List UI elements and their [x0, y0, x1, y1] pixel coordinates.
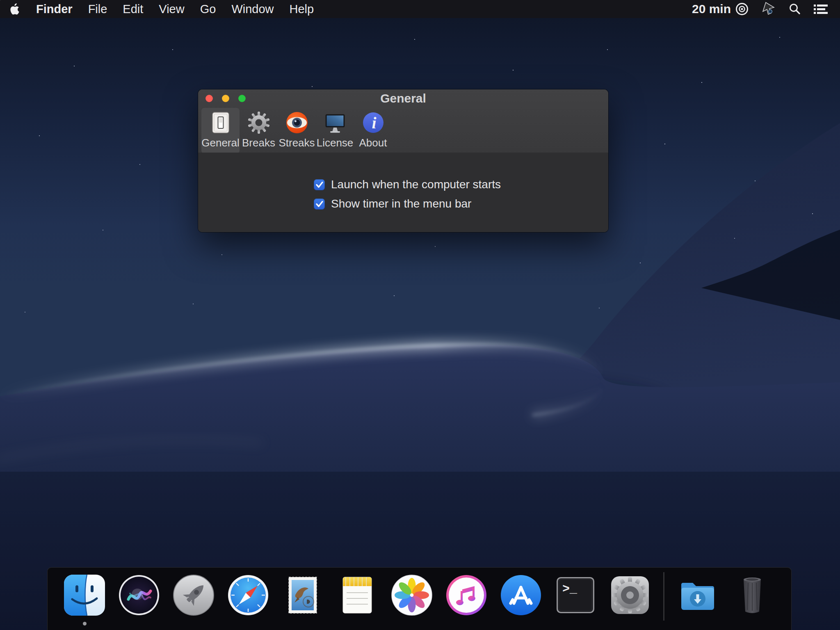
dock: >_: [47, 567, 792, 630]
close-button[interactable]: [205, 95, 213, 102]
menu-item-edit[interactable]: Edit: [115, 0, 151, 18]
zoom-button[interactable]: [238, 95, 246, 102]
svg-text:i: i: [372, 114, 376, 132]
light-switch-icon: [209, 111, 233, 135]
eye-timer-icon: [735, 2, 749, 16]
menu-item-finder[interactable]: Finder: [28, 0, 80, 18]
dock-launchpad[interactable]: [172, 574, 215, 616]
photos-icon: [390, 574, 433, 616]
menu-item-view[interactable]: View: [151, 0, 192, 18]
menu-bar-status-area: 20 min: [686, 0, 840, 18]
safari-icon: [227, 574, 269, 616]
notes-icon: [336, 574, 379, 616]
notification-center-status[interactable]: [807, 0, 834, 18]
display-icon: [323, 111, 347, 135]
menu-item-go[interactable]: Go: [192, 0, 224, 18]
info-icon: i: [361, 111, 385, 135]
spotlight-icon: [788, 2, 801, 16]
menu-item-help[interactable]: Help: [282, 0, 322, 18]
gear-icon: [247, 111, 271, 135]
launch-at-startup-checkbox[interactable]: [314, 179, 325, 190]
dock-safari[interactable]: [227, 574, 269, 616]
dock-downloads[interactable]: [676, 574, 719, 616]
show-timer-checkbox[interactable]: [314, 199, 325, 210]
siri-icon: [118, 574, 160, 616]
finder-icon: [63, 574, 106, 616]
menu-bar: Finder File Edit View Go Window Help 20 …: [0, 0, 840, 18]
apple-logo-icon: [10, 2, 21, 16]
tab-general[interactable]: General: [201, 108, 240, 153]
tab-general-label: General: [201, 137, 240, 149]
terminal-icon: >_: [554, 574, 597, 616]
dock-notes[interactable]: [336, 574, 379, 616]
dock-finder[interactable]: [63, 574, 106, 616]
break-timer-status[interactable]: 20 min: [686, 0, 755, 18]
pointer-status[interactable]: [755, 0, 783, 18]
timer-label: 20 min: [692, 2, 731, 16]
menu-item-file[interactable]: File: [80, 0, 115, 18]
tab-breaks-label: Breaks: [242, 137, 275, 149]
general-pane: Launch when the computer starts Show tim…: [198, 153, 608, 232]
tab-streaks-label: Streaks: [278, 137, 315, 149]
dock-siri[interactable]: [118, 574, 160, 616]
eye-icon: [285, 111, 309, 135]
dock-trash[interactable]: [731, 574, 774, 616]
preferences-toolbar: General: [198, 107, 608, 153]
pointer-icon: [760, 1, 777, 17]
dock-terminal[interactable]: >_: [554, 574, 597, 616]
downloads-folder-icon: [676, 574, 719, 616]
check-icon: [315, 199, 324, 209]
spotlight-status[interactable]: [783, 0, 807, 18]
trash-icon: [731, 574, 774, 616]
notification-list-icon: [813, 2, 829, 16]
launchpad-icon: [172, 574, 215, 616]
itunes-icon: [445, 574, 488, 616]
dock-mail[interactable]: [281, 574, 324, 616]
tab-about-label: About: [359, 137, 387, 149]
svg-text:>_: >_: [562, 582, 578, 596]
dock-separator: [663, 572, 664, 621]
show-timer-label: Show timer in the menu bar: [331, 197, 471, 210]
launch-at-startup-row: Launch when the computer starts: [314, 178, 501, 191]
tab-about[interactable]: i About: [354, 108, 392, 153]
system-preferences-icon: [609, 574, 651, 616]
minimize-button[interactable]: [222, 95, 229, 102]
dock-itunes[interactable]: [445, 574, 488, 616]
traffic-lights: [205, 89, 246, 107]
tab-breaks[interactable]: Breaks: [240, 108, 278, 153]
title-bar[interactable]: General: [198, 89, 608, 107]
menu-item-window[interactable]: Window: [224, 0, 281, 18]
dock-photos[interactable]: [390, 574, 433, 616]
tab-license-label: License: [317, 137, 354, 149]
window-title: General: [198, 91, 608, 105]
tab-license[interactable]: License: [316, 108, 354, 153]
app-store-icon: [500, 574, 542, 616]
check-icon: [315, 180, 324, 189]
dock-app-store[interactable]: [500, 574, 542, 616]
apple-menu[interactable]: [0, 2, 28, 16]
launch-at-startup-label: Launch when the computer starts: [331, 178, 501, 191]
tab-streaks[interactable]: Streaks: [278, 108, 316, 153]
mail-icon: [281, 574, 324, 616]
window-chrome: General General: [198, 89, 608, 153]
dock-system-preferences[interactable]: [609, 574, 651, 616]
preferences-window: General General: [198, 89, 608, 232]
show-timer-row: Show timer in the menu bar: [314, 197, 471, 210]
running-indicator: [83, 622, 87, 625]
